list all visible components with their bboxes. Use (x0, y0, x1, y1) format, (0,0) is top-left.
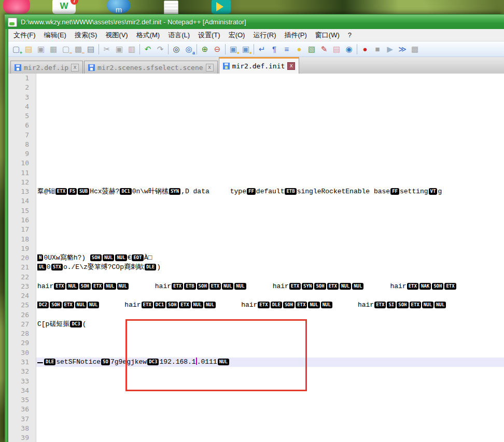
paste-icon[interactable]: ▥ (125, 44, 138, 55)
menu-item[interactable]: 搜索(S) (71, 30, 101, 41)
line-number[interactable]: 32 (8, 367, 36, 376)
line-content[interactable] (36, 102, 504, 111)
line-number[interactable]: 5 (8, 111, 36, 121)
save-icon[interactable]: ▣ (35, 44, 47, 55)
find-icon[interactable]: ◎ (170, 44, 183, 55)
redo-icon[interactable]: ↷ (154, 44, 166, 55)
zoom-out-icon[interactable]: ⊖ (211, 44, 223, 55)
desktop-icon-pink-app[interactable] (3, 0, 30, 14)
word-wrap-icon[interactable]: ↵ (256, 44, 268, 55)
line-content[interactable] (36, 111, 504, 121)
line-content[interactable] (36, 235, 504, 244)
line-number[interactable]: 30 (8, 348, 36, 358)
line-number[interactable]: 1 (8, 74, 36, 83)
cut-icon[interactable]: ✂ (101, 44, 113, 55)
line-content[interactable] (36, 291, 504, 301)
line-content[interactable] (36, 216, 504, 225)
copy-icon[interactable]: ▣ (113, 44, 125, 55)
line-number[interactable]: 38 (8, 424, 36, 433)
play-macro-icon[interactable]: ▶ (384, 44, 396, 55)
tab-close-icon[interactable]: x (287, 62, 295, 70)
line-content[interactable] (36, 405, 504, 414)
line-number[interactable]: 2 (8, 83, 36, 92)
menu-item[interactable]: 设置(T) (194, 30, 225, 41)
menu-item[interactable]: 格式(M) (132, 30, 164, 41)
menu-item[interactable]: 宏(O) (225, 30, 249, 41)
line-content[interactable] (36, 244, 504, 253)
line-number[interactable]: 33 (8, 377, 36, 386)
line-number[interactable]: 11 (8, 168, 36, 178)
line-content[interactable] (36, 206, 504, 216)
close-file-icon[interactable]: ▢− (60, 44, 72, 55)
line-content[interactable] (36, 159, 504, 168)
line-content[interactable]: 羣@钼ETXFSSUBHcx菠赫?DC10n\w旪钢榡SYN,D datatyp… (36, 187, 504, 196)
doc-map-icon[interactable]: ▧ (305, 44, 318, 55)
line-content[interactable] (36, 83, 504, 92)
sync-scroll-v-icon[interactable]: ▣● (227, 44, 240, 55)
line-content[interactable] (36, 178, 504, 187)
line-number[interactable]: 31 (8, 358, 36, 367)
line-number[interactable]: 25 (8, 301, 36, 310)
record-macro-icon[interactable]: ● (359, 44, 371, 55)
line-number[interactable]: 26 (8, 310, 36, 320)
monitoring-icon[interactable]: ◉ (343, 44, 355, 55)
menu-item[interactable]: ? (344, 30, 356, 40)
folder-workspace-icon[interactable]: ▤ (330, 44, 343, 55)
line-content[interactable] (36, 74, 504, 83)
tab-mir2.def.ip[interactable]: mir2.def.ipx (10, 61, 83, 74)
menu-item[interactable]: 文件(F) (9, 30, 40, 41)
sync-scroll-h-icon[interactable]: ▣● (240, 44, 252, 55)
line-content[interactable] (36, 131, 504, 140)
line-content[interactable] (36, 433, 504, 442)
line-number[interactable]: 7 (8, 131, 36, 140)
line-number[interactable]: 27 (8, 320, 36, 329)
line-content[interactable] (36, 149, 504, 159)
zoom-in-icon[interactable]: ⊕ (199, 44, 211, 55)
user-lang-icon[interactable]: ✎ (318, 44, 330, 55)
tab-close-icon[interactable]: x (206, 64, 214, 72)
line-number[interactable]: 24 (8, 291, 36, 301)
show-all-chars-icon[interactable]: ¶ (268, 44, 281, 55)
run-macro-multi-icon[interactable]: ≫ (396, 44, 409, 55)
line-number[interactable]: 37 (8, 415, 36, 424)
line-number[interactable]: 15 (8, 206, 36, 216)
line-content[interactable] (36, 196, 504, 206)
menu-item[interactable]: 视图(V) (101, 30, 132, 41)
line-content[interactable]: UL0STXo./E\z娶箪缚?COp裔刺歒DLE) (36, 263, 504, 272)
line-number[interactable]: 35 (8, 395, 36, 405)
line-number[interactable]: 10 (8, 159, 36, 168)
line-number[interactable]: 8 (8, 140, 36, 149)
indent-guide-icon[interactable]: ≡ (281, 44, 293, 55)
line-number[interactable]: 13 (8, 187, 36, 196)
line-number[interactable]: 21 (8, 263, 36, 272)
line-number[interactable]: 9 (8, 149, 36, 159)
new-file-icon[interactable]: ▢+ (10, 44, 22, 55)
close-all-icon[interactable]: ▩− (72, 44, 85, 55)
print-icon[interactable]: ▤ (85, 44, 97, 55)
replace-icon[interactable]: ◎a (183, 44, 195, 55)
save-all-icon[interactable]: ▦ (47, 44, 60, 55)
line-number[interactable]: 18 (8, 235, 36, 244)
desktop-icon-docs-app[interactable]: W7 (52, 0, 76, 14)
line-content[interactable] (36, 424, 504, 433)
desktop-icon-teal-app[interactable] (212, 0, 231, 14)
menu-item[interactable]: 窗口(W) (311, 30, 344, 41)
menu-item[interactable]: 运行(R) (249, 30, 280, 41)
title-bar[interactable]: D:\www.wkzy.net\WWW\assets\res\mir2.def.… (5, 14, 504, 30)
line-content[interactable]: DC2SOHETXNULNULhairETXDC1SOHETXNULNULhai… (36, 301, 504, 310)
line-content[interactable] (36, 395, 504, 405)
line-number[interactable]: 4 (8, 102, 36, 111)
line-content[interactable] (36, 310, 504, 320)
line-content[interactable] (36, 168, 504, 178)
menu-item[interactable]: 插件(P) (280, 30, 311, 41)
line-number[interactable]: 23 (8, 282, 36, 291)
line-content[interactable] (36, 273, 504, 282)
line-number[interactable]: 17 (8, 225, 36, 234)
line-content[interactable] (36, 140, 504, 149)
undo-icon[interactable]: ↶ (142, 44, 154, 55)
tab-mir2.def.init[interactable]: mir2.def.initx (219, 57, 300, 74)
line-content[interactable]: N0UXw寫貉h?) SOHNULNUL€EOTÀ□ (36, 253, 504, 263)
line-number[interactable]: 34 (8, 386, 36, 395)
line-number[interactable]: 20 (8, 253, 36, 263)
line-number[interactable]: 29 (8, 338, 36, 348)
